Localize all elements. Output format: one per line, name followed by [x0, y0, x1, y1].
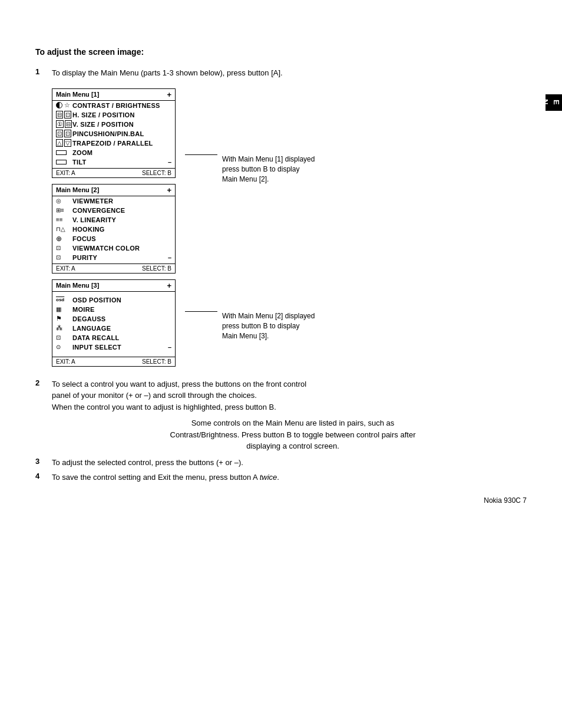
menu3-moire-icon: ▦ — [56, 306, 72, 312]
menu3-osdpos-icon: osd — [56, 297, 72, 302]
menu3-footer-select: SELECT: B — [142, 358, 171, 365]
menu2-purity-icon: ⊡ — [56, 254, 72, 261]
annotation-1-connector — [185, 154, 217, 155]
section-heading: To adjust the screen image: — [35, 47, 527, 57]
side-tab-s: S — [493, 100, 505, 106]
step-1: 1 To display the Main Menu (parts 1-3 sh… — [35, 67, 527, 79]
menu3-inputselect-icon: ⊙ — [56, 344, 72, 350]
annotation-2: With Main Menu [2] displayed press butto… — [185, 311, 315, 341]
menu1-tilt-icon — [56, 160, 72, 164]
step-2: 2 To select a control you want to adjust… — [35, 378, 527, 413]
main-menu-1: Main Menu [1] + ☆ CONTRAST / BRIGHTNESS … — [52, 88, 176, 178]
page-container: E N G L I S H To adjust the screen image… — [0, 0, 562, 528]
menu3-degauss-icon: ⚑ — [56, 315, 72, 322]
menu1-hsize-label: H. SIZE / POSITION — [72, 111, 135, 118]
menu3-title-row: Main Menu [3] + — [52, 280, 175, 292]
menu2-viewmeter-icon: ◎ — [56, 197, 72, 204]
menu3-datarecall-label: DATA RECALL — [72, 334, 119, 341]
menu3-item-osdpos: osd OSD POSITION — [52, 295, 175, 305]
menu1-title: Main Menu [1] — [56, 91, 99, 98]
menu2-item-hooking: ⊓△ HOOKING — [52, 225, 175, 234]
menu2-title-row: Main Menu [2] + — [52, 185, 175, 196]
menu1-trapezoid-label: TRAPEZOID / PARALLEL — [72, 140, 153, 147]
step-1-num: 1 — [35, 67, 52, 76]
annotation-2-connector — [185, 311, 217, 312]
menu3-moire-label: MOIRE — [72, 306, 95, 313]
menu2-item-viewmeter: ◎ VIEWMETER — [52, 196, 175, 206]
menu3-language-label: LANGUAGE — [72, 325, 111, 332]
side-tab-i: I — [505, 101, 517, 104]
menu2-footer-exit: EXIT: A — [56, 265, 75, 272]
step-1-text: To display the Main Menu (parts 1-3 show… — [52, 67, 527, 79]
main-menu-3: Main Menu [3] + osd OSD POSITION ▦ MOIRE… — [52, 279, 176, 367]
menu3-item-language: ⁂ LANGUAGE — [52, 324, 175, 333]
step-3: 3 To adjust the selected control, press … — [35, 457, 527, 469]
menu1-footer-exit: EXIT: A — [56, 170, 75, 176]
menu3-item-moire: ▦ MOIRE — [52, 305, 175, 314]
menu1-hsize-icon: ⊟ ⊡ — [56, 111, 72, 118]
menu1-footer: EXIT: A SELECT: B — [52, 168, 175, 177]
page-footer: Nokia 930C 7 — [484, 496, 527, 505]
menu1-tilt-label: TILT — [72, 159, 87, 166]
menu2-footer: EXIT: A SELECT: B — [52, 263, 175, 273]
menu1-plus: + — [167, 90, 171, 99]
menu3-osdpos-label: OSD POSITION — [72, 297, 121, 304]
note-block: Some controls on the Main Menu are liste… — [94, 417, 491, 452]
menu2-plus: + — [167, 186, 171, 195]
step-3-num: 3 — [35, 457, 52, 466]
side-tab-n: N — [539, 99, 551, 106]
menu2-convergence-icon: ⊞≡ — [56, 207, 72, 213]
menu2-hooking-icon: ⊓△ — [56, 226, 72, 232]
menu2-item-viewmatch: ⊡ VIEWMATCH COLOR — [52, 243, 175, 253]
menu1-item-pincushion: ⊡ ⊡ PINCUSHION/PIN.BAL — [52, 129, 175, 139]
step-3-text: To adjust the selected control, press th… — [52, 457, 527, 469]
menu1-vsize-label: V. SIZE / POSITION — [72, 121, 134, 128]
menu3-degauss-label: DEGAUSS — [72, 315, 106, 322]
menu3-datarecall-icon: ⊡ — [56, 334, 72, 341]
menu2-viewmatch-icon: ⊡ — [56, 245, 72, 251]
menu2-viewmeter-label: VIEWMETER — [72, 197, 113, 205]
menu1-footer-select: SELECT: B — [142, 170, 171, 176]
menu3-footer-exit: EXIT: A — [56, 358, 75, 365]
menu2-purity-label: PURITY — [72, 254, 97, 261]
step-2-text: To select a control you want to adjust, … — [52, 378, 527, 413]
menu2-focus-label: FOCUS — [72, 235, 96, 242]
menu2-title: Main Menu [2] — [56, 186, 99, 193]
menu2-vlinearity-icon: ≡≡ — [56, 216, 72, 223]
menu1-title-row: Main Menu [1] + — [52, 89, 175, 101]
menu1-zoom-label: ZOOM — [72, 149, 92, 156]
menu1-zoom-icon — [56, 150, 72, 155]
menu1-vsize-icon: ① ⊟ — [56, 120, 72, 128]
menu2-vlinearity-label: V. LINEARITY — [72, 216, 116, 223]
menu3-footer: EXIT: A SELECT: B — [52, 357, 175, 366]
menu1-contrast-label: CONTRAST / BRIGHTNESS — [72, 102, 160, 109]
side-tab-g: G — [528, 99, 540, 106]
menu1-item-contrast: ☆ CONTRAST / BRIGHTNESS — [52, 101, 175, 110]
menu2-item-vlinearity: ≡≡ V. LINEARITY — [52, 215, 175, 225]
side-tab: E N G L I S H — [546, 94, 562, 111]
step-4-text: To save the control setting and Exit the… — [52, 472, 527, 483]
menus-column: Main Menu [1] + ☆ CONTRAST / BRIGHTNESS … — [52, 88, 176, 367]
menu1-item-hsize: ⊟ ⊡ H. SIZE / POSITION — [52, 110, 175, 120]
menu1-pincushion-label: PINCUSHION/PIN.BAL — [72, 130, 144, 137]
step-4-num: 4 — [35, 472, 52, 480]
menu3-item-datarecall: ⊡ DATA RECALL — [52, 333, 175, 342]
menus-area: Main Menu [1] + ☆ CONTRAST / BRIGHTNESS … — [52, 88, 527, 367]
step-2-num: 2 — [35, 378, 52, 387]
menu1-item-trapezoid: △ ▽ TRAPEZOID / PARALLEL — [52, 139, 175, 148]
menu3-plus: + — [167, 281, 171, 290]
side-tab-l: L — [516, 100, 528, 106]
menu1-pincushion-icon: ⊡ ⊡ — [56, 130, 72, 137]
menu1-item-vsize: ① ⊟ V. SIZE / POSITION — [52, 120, 175, 129]
menu2-item-convergence: ⊞≡ CONVERGENCE — [52, 206, 175, 215]
menu2-viewmatch-label: VIEWMATCH COLOR — [72, 245, 140, 252]
menu3-language-icon: ⁂ — [56, 324, 72, 332]
menu2-footer-select: SELECT: B — [142, 265, 171, 272]
side-tab-e: E — [551, 100, 563, 106]
menu3-item-degauss: ⚑ DEGAUSS — [52, 314, 175, 324]
annotations-column: With Main Menu [1] displayed press butto… — [185, 88, 315, 367]
menu1-trapezoid-icon: △ ▽ — [56, 139, 72, 147]
menu3-inputselect-label: INPUT SELECT — [72, 344, 121, 351]
step-4: 4 To save the control setting and Exit t… — [35, 472, 527, 483]
menu3-item-inputselect: ⊙ INPUT SELECT – — [52, 342, 175, 352]
